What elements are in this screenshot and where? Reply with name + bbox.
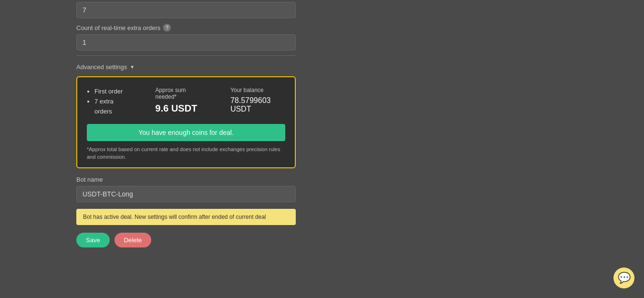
disclaimer-text: *Approx total based on current rate and … xyxy=(87,146,285,161)
order-item-extra: 7 extra orders xyxy=(94,97,127,117)
approx-sum-col: Approx sum needed* 9.6 USDT xyxy=(156,87,202,116)
balance-label: Your balance xyxy=(230,87,285,93)
advanced-settings-arrow: ▼ xyxy=(130,64,135,70)
order-item-first: First order xyxy=(94,87,127,97)
enough-coins-banner: You have enough coins for deal. xyxy=(87,124,285,141)
page-container: Count of real-time extra orders ? Advanc… xyxy=(0,0,644,298)
balance-value: 78.5799603 USDT xyxy=(230,96,285,113)
extra-orders-input[interactable] xyxy=(76,34,296,51)
deal-summary-box: First order 7 extra orders Approx sum ne… xyxy=(76,76,296,168)
warning-box: Bot has active deal. New settings will c… xyxy=(76,209,296,225)
extra-orders-help-icon[interactable]: ? xyxy=(163,24,171,31)
bot-name-input[interactable] xyxy=(76,186,296,202)
approx-label: Approx sum needed* xyxy=(156,87,202,100)
delete-button[interactable]: Delete xyxy=(114,233,152,247)
extra-orders-label: Count of real-time extra orders ? xyxy=(76,24,410,31)
separator xyxy=(76,55,296,56)
action-buttons: Save Delete xyxy=(76,233,410,247)
bot-name-label: Bot name xyxy=(76,176,410,183)
top-value-input[interactable] xyxy=(76,2,296,18)
main-content: Count of real-time extra orders ? Advanc… xyxy=(76,0,410,247)
balance-col: Your balance 78.5799603 USDT xyxy=(230,87,285,116)
advanced-settings-toggle[interactable]: Advanced settings ▼ xyxy=(76,63,410,71)
chat-icon: 💬 xyxy=(618,272,631,284)
order-list: First order 7 extra orders xyxy=(87,87,127,116)
approx-value: 9.6 USDT xyxy=(156,103,202,114)
order-list-col: First order 7 extra orders xyxy=(87,87,127,116)
chat-bubble-button[interactable]: 💬 xyxy=(613,267,634,288)
top-input-section xyxy=(76,0,410,18)
save-button[interactable]: Save xyxy=(76,233,110,247)
deal-info-row: First order 7 extra orders Approx sum ne… xyxy=(87,87,285,116)
